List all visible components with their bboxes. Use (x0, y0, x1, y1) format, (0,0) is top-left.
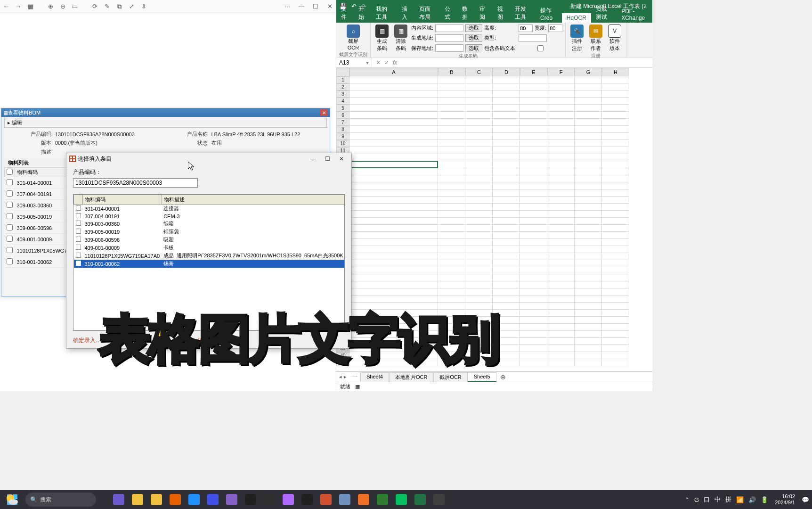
cell[interactable] (547, 140, 575, 147)
version-button[interactable]: V软件 版本 (606, 24, 623, 53)
cell[interactable] (493, 260, 520, 267)
cell[interactable] (438, 204, 465, 211)
cell[interactable] (547, 324, 575, 331)
cell[interactable] (465, 197, 493, 204)
name-box[interactable]: A13 ▾ (336, 57, 372, 67)
row-18[interactable]: 18 (336, 197, 652, 204)
ribbon-tab-开发工具[interactable]: 开发工具 (510, 4, 536, 23)
cell[interactable] (438, 232, 465, 239)
cell[interactable] (602, 98, 629, 105)
cell[interactable] (493, 189, 520, 197)
sheet-nav-last-icon[interactable]: ▸ (344, 374, 347, 380)
bom-row-check[interactable] (7, 190, 13, 197)
ribbon-tab-操作Creo[interactable]: 操作Creo (536, 5, 562, 23)
cell[interactable] (547, 182, 575, 189)
cell[interactable] (547, 296, 575, 303)
cell[interactable] (438, 182, 465, 189)
edit-icon[interactable]: ✎ (103, 2, 111, 11)
fit-icon[interactable]: ▭ (71, 2, 79, 11)
cell[interactable] (493, 76, 520, 83)
cell[interactable] (438, 168, 465, 175)
entry-row[interactable]: 307-004-00191CEM-31.0000000000 (74, 213, 345, 220)
cell[interactable] (575, 232, 602, 239)
cell[interactable] (575, 189, 602, 197)
cell[interactable] (602, 281, 629, 288)
cell[interactable] (547, 126, 575, 133)
cell[interactable] (493, 105, 520, 112)
cell[interactable] (547, 112, 575, 119)
row-28[interactable]: 28 (336, 267, 652, 274)
cell[interactable] (547, 352, 575, 359)
cell[interactable] (602, 296, 629, 303)
row-30[interactable]: 30 (336, 281, 652, 288)
cell[interactable] (602, 225, 629, 232)
cell[interactable] (520, 225, 547, 232)
cell[interactable] (547, 189, 575, 197)
cell[interactable] (602, 352, 629, 359)
cell[interactable] (602, 303, 629, 310)
cell[interactable] (493, 239, 520, 246)
row-16[interactable]: 16 (336, 182, 652, 189)
entry-row-check[interactable] (76, 245, 81, 250)
row-header-9[interactable]: 9 (336, 133, 349, 140)
cell[interactable] (547, 218, 575, 225)
cell[interactable] (547, 76, 575, 83)
rotate-icon[interactable]: ⟳ (90, 2, 99, 11)
cell[interactable] (520, 119, 547, 126)
cell[interactable] (465, 140, 493, 147)
cell[interactable] (547, 211, 575, 218)
cell[interactable] (547, 345, 575, 352)
cell[interactable] (602, 168, 629, 175)
cell[interactable] (349, 288, 438, 296)
cell[interactable] (602, 90, 629, 98)
fx-confirm-icon[interactable]: ✓ (384, 59, 389, 66)
cell[interactable] (575, 112, 602, 119)
taskbar-app-explorer[interactable] (129, 492, 146, 507)
row-11[interactable]: 11 (336, 147, 652, 154)
sheet-nav-first-icon[interactable]: ◂ (339, 374, 342, 380)
cell[interactable] (520, 303, 547, 310)
cell[interactable] (520, 345, 547, 352)
cell[interactable] (575, 147, 602, 154)
row-22[interactable]: 22 (336, 225, 652, 232)
cell[interactable] (438, 246, 465, 253)
cell[interactable] (520, 168, 547, 175)
col-header-B[interactable]: B (438, 68, 465, 76)
cell[interactable] (438, 161, 465, 168)
taskbar-app-excel[interactable] (412, 492, 429, 507)
cell[interactable] (438, 239, 465, 246)
cell[interactable] (493, 182, 520, 189)
entry-row[interactable]: 309-006-00596吸塑0.0625000000 (74, 236, 345, 244)
cell[interactable] (575, 204, 602, 211)
cell[interactable] (493, 140, 520, 147)
row-8[interactable]: 8 (336, 126, 652, 133)
cell[interactable] (349, 225, 438, 232)
entry-row-check[interactable] (76, 221, 81, 226)
type-input[interactable] (519, 34, 547, 42)
col-header-G[interactable]: G (575, 68, 602, 76)
cell[interactable] (575, 246, 602, 253)
tray-battery-icon[interactable]: 🔋 (761, 496, 768, 503)
ribbon-tab-文件[interactable]: 文件 (336, 4, 354, 23)
cell[interactable] (349, 246, 438, 253)
select-all-corner[interactable] (336, 68, 349, 76)
cell[interactable] (520, 288, 547, 296)
taskbar-search[interactable]: 🔍 搜索 (25, 493, 96, 507)
entry-row[interactable]: 409-001-00009卡板0.0005950000 (74, 244, 345, 252)
cell[interactable] (493, 218, 520, 225)
cell[interactable] (575, 338, 602, 345)
cell[interactable] (602, 147, 629, 154)
cell[interactable] (520, 126, 547, 133)
bom-row-check[interactable] (7, 247, 13, 253)
cell[interactable] (602, 359, 629, 366)
cell[interactable] (465, 83, 493, 90)
row-26[interactable]: 26 (336, 253, 652, 260)
ribbon-tab-数据[interactable]: 数据 (457, 4, 475, 23)
cell[interactable] (349, 119, 438, 126)
cell[interactable] (465, 168, 493, 175)
cell[interactable] (520, 317, 547, 324)
redo-icon[interactable]: ↷ (361, 3, 366, 10)
cell[interactable] (547, 154, 575, 161)
cell[interactable] (465, 274, 493, 281)
cell[interactable] (602, 345, 629, 352)
